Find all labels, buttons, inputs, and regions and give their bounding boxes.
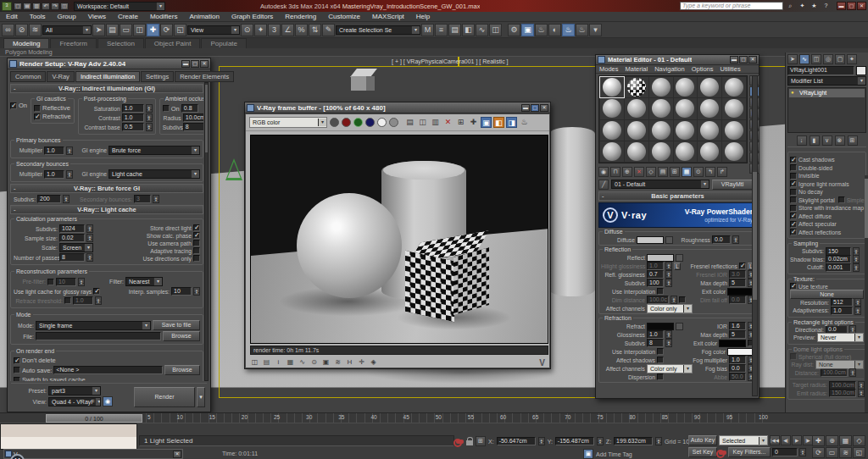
refractive-checkbox[interactable] xyxy=(34,113,41,120)
texture-resolution-field[interactable]: 512 xyxy=(831,298,853,307)
light-option-checkbox[interactable] xyxy=(790,205,797,212)
minimize-icon[interactable]: ▬ xyxy=(181,60,190,68)
refl-interpolation-checkbox[interactable] xyxy=(657,288,664,295)
info-icon[interactable]: i xyxy=(274,358,283,368)
contrast-spinner[interactable] xyxy=(146,113,153,122)
light-subdivs-spinner[interactable] xyxy=(853,247,860,256)
time-slider[interactable]: 0 / 100 xyxy=(46,414,142,423)
icc-icon[interactable]: H xyxy=(345,358,354,368)
selection-lock-icon[interactable] xyxy=(466,440,473,445)
reference-coordinate-dropdown[interactable]: View xyxy=(187,25,240,35)
affect-shadows-checkbox[interactable] xyxy=(657,357,664,363)
switch-saved-cache-checkbox[interactable] xyxy=(14,377,20,382)
vray-render-icon[interactable]: ♨ xyxy=(519,117,530,128)
fog-multiplier-field[interactable]: 1.0 xyxy=(729,356,746,364)
roughness-spinner[interactable] xyxy=(732,235,739,244)
hilight-glossiness-field[interactable]: 1.0 xyxy=(647,262,664,270)
fog-bias-field[interactable]: 0.0 xyxy=(729,364,746,373)
make-unique-stack-icon[interactable]: ∨ xyxy=(822,135,832,146)
load-image-icon[interactable]: ▥ xyxy=(430,117,441,128)
menu-item[interactable]: Tools xyxy=(24,13,52,20)
srgb-icon[interactable]: ≋ xyxy=(333,358,342,368)
rendered-frame-window-icon[interactable]: ▣ xyxy=(521,24,534,36)
ao-amount-field[interactable]: 0.8 xyxy=(181,104,198,113)
redo-icon[interactable]: ↷ xyxy=(51,3,59,10)
new-scene-icon[interactable]: ▢ xyxy=(14,3,22,10)
duplicate-to-host-icon[interactable]: ⊞ xyxy=(455,117,466,128)
percent-snap-icon[interactable]: % xyxy=(295,24,308,36)
close-icon[interactable]: ✕ xyxy=(857,2,866,10)
material-id-icon[interactable]: ⊞ xyxy=(670,167,680,177)
maximize-icon[interactable]: ▢ xyxy=(847,2,856,10)
lc-file-field[interactable] xyxy=(36,332,161,340)
fog-color-swatch[interactable] xyxy=(727,348,754,356)
open-file-icon[interactable]: ▤ xyxy=(23,3,31,10)
retrace-field[interactable]: 1.0 xyxy=(73,296,93,305)
maximize-icon[interactable]: ▢ xyxy=(191,60,199,68)
project-folder-icon[interactable]: ◫ xyxy=(60,3,69,10)
light-option-checkbox[interactable] xyxy=(790,229,797,235)
add-time-tag-label[interactable]: Add Time Tag xyxy=(596,451,632,457)
select-scale-icon[interactable]: ◱ xyxy=(174,24,186,36)
save-file-icon[interactable]: ▥ xyxy=(32,3,41,10)
ribbon-tab[interactable]: Object Paint xyxy=(145,38,201,48)
infocenter-search-input[interactable]: Type a keyword or phrase xyxy=(680,2,783,10)
ribbon-tab[interactable]: Modeling xyxy=(3,38,49,48)
go-to-start-icon[interactable]: |◀◀ xyxy=(770,435,780,445)
glossy-rays-checkbox[interactable] xyxy=(93,288,100,295)
lc-option-checkbox[interactable] xyxy=(193,224,200,231)
play-icon[interactable]: ▶ xyxy=(792,435,802,445)
snaps-toggle-icon[interactable]: 3 xyxy=(268,24,281,36)
cutoff-spinner[interactable] xyxy=(853,263,860,272)
layer-manager-icon[interactable]: ▤ xyxy=(448,24,461,36)
material-sample-slot[interactable] xyxy=(625,77,648,97)
menu-item[interactable]: Edit xyxy=(0,13,24,20)
current-frame-field[interactable]: 0 xyxy=(772,448,798,456)
field-of-view-icon[interactable]: ◇ xyxy=(853,435,865,446)
object-name-field[interactable]: VRayLight001 xyxy=(787,66,854,75)
ray-dist-dropdown[interactable]: None xyxy=(815,360,864,369)
align-icon[interactable]: ≡ xyxy=(435,24,448,36)
save-to-file-button[interactable]: Save to file xyxy=(153,320,200,330)
refr-glossiness-spinner[interactable] xyxy=(665,330,672,339)
green-channel-icon[interactable] xyxy=(353,118,363,127)
maximize-icon[interactable]: ▢ xyxy=(531,104,539,112)
primary-gi-engine-dropdown[interactable]: Brute force xyxy=(108,146,200,155)
material-sample-slot[interactable] xyxy=(674,98,698,119)
refl-exit-color-swatch[interactable] xyxy=(727,288,754,296)
material-sample-slot[interactable] xyxy=(674,120,698,141)
target-radius-spinner[interactable] xyxy=(858,381,865,390)
pin-stack-icon[interactable]: ↓ xyxy=(797,135,807,146)
contrast-base-spinner[interactable] xyxy=(146,123,153,131)
refl-subdivs-spinner[interactable] xyxy=(665,279,672,287)
track-mouse-icon[interactable]: ✚ xyxy=(468,117,479,128)
color-correction-icon[interactable]: ◧ xyxy=(493,117,504,128)
select-link-icon[interactable]: ∞ xyxy=(2,24,14,36)
rollout-light-cache[interactable]: V-Ray:: Light cache xyxy=(10,205,203,214)
z-spinner[interactable] xyxy=(655,437,662,445)
material-sample-slot[interactable] xyxy=(722,98,746,119)
remove-modifier-icon[interactable]: ⊗ xyxy=(835,135,845,146)
show-end-result-stack-icon[interactable]: ▮ xyxy=(810,135,820,146)
use-texture-checkbox[interactable] xyxy=(790,283,797,290)
bind-spacewarp-icon[interactable]: ≋ xyxy=(29,24,42,36)
save-image-icon[interactable]: ▤ xyxy=(404,117,415,128)
saturation-spinner[interactable] xyxy=(146,104,153,113)
ao-on-checkbox[interactable] xyxy=(163,105,170,112)
levels-icon[interactable]: ▣ xyxy=(321,358,331,368)
menu-item[interactable]: Create xyxy=(112,13,144,20)
material-sample-slot[interactable] xyxy=(600,141,624,162)
render-setup-tab[interactable]: Common xyxy=(10,71,46,82)
secondary-multiplier-field[interactable]: 1.0 xyxy=(44,170,64,179)
dome-distance-spinner[interactable] xyxy=(849,368,856,377)
schematic-view-icon[interactable]: ◫ xyxy=(489,24,502,36)
refr-interpolation-checkbox[interactable] xyxy=(657,348,664,355)
pan-view-icon[interactable]: ✚ xyxy=(812,435,825,446)
spinner-snap-icon[interactable]: ⇅ xyxy=(309,24,321,36)
material-sample-slot[interactable] xyxy=(600,120,624,141)
interp-samples-field[interactable]: 10 xyxy=(171,287,192,296)
workspace-dropdown[interactable]: Workspace: Default xyxy=(74,2,165,11)
curve-editor-icon[interactable]: ∿ xyxy=(476,24,488,36)
render-button[interactable]: Render xyxy=(134,387,195,407)
light-subdivs-field[interactable]: 150 xyxy=(826,247,851,256)
